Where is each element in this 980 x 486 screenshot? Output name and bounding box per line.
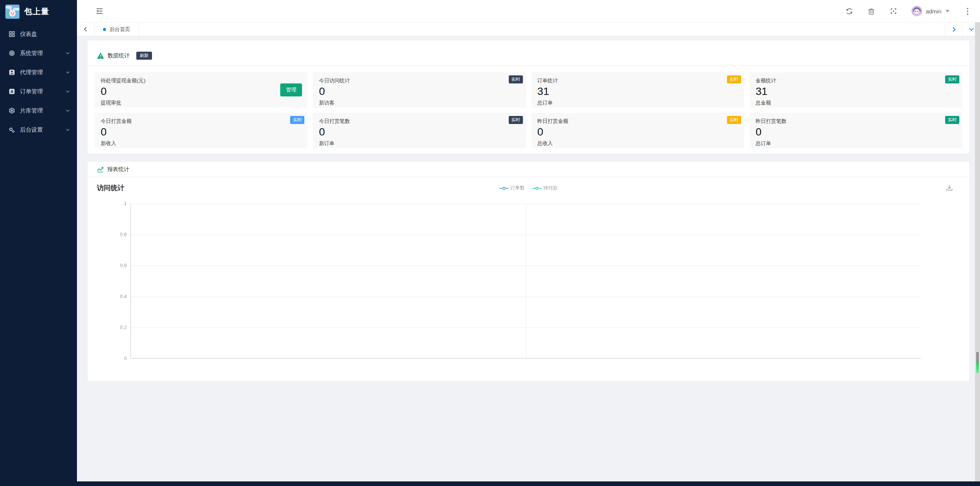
username-label: admin [926, 8, 941, 15]
stat-sub: 新收入 [101, 140, 301, 147]
stat-sub: 提现审批 [101, 99, 301, 106]
app-logo[interactable]: 包上量 [0, 0, 77, 23]
chart-plot-area: 1 0.8 0.6 0.4 0.2 0 [88, 199, 969, 378]
stat-sub: 总订单 [756, 140, 956, 147]
chart-title-row: 访问统计 订单数 待付款 [88, 177, 969, 199]
top-header: admin [77, 0, 980, 22]
bottom-bar [0, 481, 980, 486]
sidebar-item-library[interactable]: 片库管理 [0, 101, 77, 120]
more-options-icon[interactable] [963, 7, 972, 15]
stat-label: 昨日打赏金额 [537, 118, 738, 125]
y-axis-tick: 0.8 [110, 232, 127, 238]
status-badge: 实时 [509, 116, 523, 124]
stat-value: 0 [537, 126, 738, 138]
status-badge: 实时 [727, 75, 741, 83]
y-axis-tick: 1 [110, 201, 127, 207]
refresh-icon[interactable] [845, 7, 853, 15]
tabs-scroll-right[interactable] [945, 23, 962, 36]
admin-dashboard: 包上量 仪表盘 系统管理 [0, 0, 980, 486]
scrollbar-track[interactable] [975, 22, 980, 481]
y-axis-tick: 0 [110, 356, 127, 362]
stat-label: 金额统计 [756, 77, 956, 84]
stats-card: 数据统计 刷新 待处理提现金额(元) 0 提现审批 管理 今日访问统计 0 新访… [88, 41, 969, 153]
collapse-sidebar-icon[interactable] [95, 7, 104, 15]
stat-value: 0 [101, 85, 301, 98]
stat-value: 0 [101, 126, 301, 138]
sidebar-item-label: 订单管理 [20, 88, 65, 95]
y-axis-tick: 0.6 [110, 263, 127, 269]
active-tab-dot [103, 28, 106, 31]
manage-button[interactable]: 管理 [280, 83, 302, 96]
tabbar-spacer [139, 23, 945, 36]
stat-card-pending-withdraw: 待处理提现金额(元) 0 提现审批 管理 [95, 72, 307, 108]
stat-card-today-visits: 今日访问统计 0 新访客 实时 [313, 72, 526, 108]
legend-marker [532, 187, 542, 190]
agent-icon [8, 69, 15, 76]
sidebar-item-settings[interactable]: 后台设置 [0, 120, 77, 139]
header-actions: admin [845, 6, 972, 16]
legend-item-pending-payment[interactable]: 待付款 [532, 185, 558, 191]
stat-sub: 新订单 [319, 140, 519, 147]
sidebar: 包上量 仪表盘 系统管理 [0, 0, 77, 486]
trash-icon[interactable] [867, 7, 875, 15]
stat-label: 今日打赏笔数 [319, 118, 519, 125]
gears-icon [8, 127, 15, 133]
caret-down-icon [946, 10, 949, 12]
user-avatar [911, 6, 922, 16]
stat-card-today-tip-count: 今日打赏笔数 0 新订单 实时 [313, 113, 526, 148]
fullscreen-icon[interactable] [889, 7, 898, 15]
vertical-gridline [526, 204, 526, 358]
warning-triangle-icon [97, 52, 104, 59]
sidebar-item-system[interactable]: 系统管理 [0, 44, 77, 63]
status-badge: 实时 [290, 116, 304, 124]
sidebar-item-agent[interactable]: 代理管理 [0, 63, 77, 82]
sidebar-menu: 仪表盘 系统管理 [0, 23, 77, 139]
stat-card-today-tip-amount: 今日打赏金额 0 新收入 实时 [95, 113, 307, 148]
stat-value: 0 [319, 85, 519, 98]
chevron-down-icon [65, 70, 70, 75]
legend-item-orders[interactable]: 订单数 [499, 185, 525, 191]
y-axis-tick: 0.2 [110, 325, 127, 331]
tab-bar: 后台首页 [77, 22, 980, 36]
report-section-title: 报表统计 [107, 166, 129, 173]
stat-card-yesterday-tip-amount: 昨日打赏金额 0 总收入 实时 [531, 113, 744, 148]
refresh-stats-button[interactable]: 刷新 [136, 52, 152, 60]
stat-sub: 总订单 [537, 99, 738, 106]
chevron-down-icon [65, 108, 70, 113]
sidebar-item-dashboard[interactable]: 仪表盘 [0, 24, 77, 44]
tabs-scroll-left[interactable] [77, 23, 95, 36]
chevron-down-icon [65, 127, 70, 132]
stat-card-yesterday-tip-count: 昨日打赏笔数 0 总订单 实时 [750, 113, 962, 148]
user-menu[interactable]: admin [911, 6, 949, 16]
scrollbar-thumb[interactable] [976, 351, 979, 374]
legend-label: 待付款 [544, 185, 558, 191]
stat-sub: 新访客 [319, 99, 519, 106]
y-axis-tick: 0.4 [110, 294, 127, 300]
dashboard-icon [8, 31, 15, 38]
status-badge: 实时 [727, 116, 741, 124]
svg-text:A: A [10, 90, 13, 94]
report-card-header: 报表统计 [88, 162, 969, 177]
sidebar-item-orders[interactable]: A 订单管理 [0, 82, 77, 101]
stat-value: 31 [756, 85, 956, 98]
stat-value: 0 [756, 126, 956, 138]
main-area: admin 后台首页 [77, 0, 980, 486]
sidebar-item-label: 系统管理 [20, 50, 65, 57]
legend-marker [499, 187, 508, 190]
stat-label: 今日打赏金额 [101, 118, 301, 125]
sidebar-item-label: 代理管理 [20, 69, 65, 76]
stat-card-order-stats: 订单统计 31 总订单 实时 [531, 72, 744, 108]
stat-label: 待处理提现金额(元) [101, 77, 301, 84]
stat-label: 昨日打赏笔数 [756, 118, 956, 125]
sidebar-item-label: 片库管理 [20, 107, 65, 114]
download-chart-icon[interactable] [946, 184, 953, 192]
tab-home[interactable]: 后台首页 [95, 23, 139, 36]
sidebar-item-label: 后台设置 [20, 126, 65, 134]
stat-label: 今日访问统计 [319, 77, 519, 84]
tab-label: 后台首页 [109, 26, 130, 33]
chart-title: 访问统计 [97, 183, 124, 192]
legend-label: 订单数 [510, 185, 525, 191]
app-title: 包上量 [24, 6, 49, 17]
chevron-down-icon [65, 51, 70, 55]
stats-card-header: 数据统计 刷新 [88, 41, 969, 66]
